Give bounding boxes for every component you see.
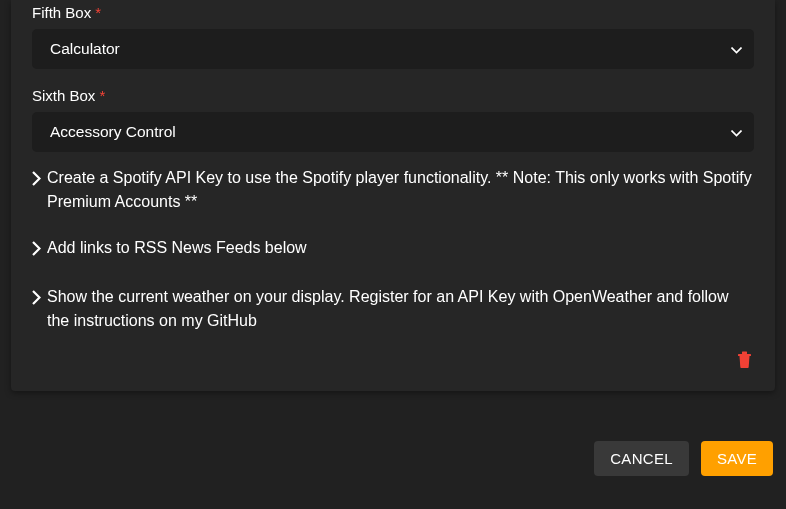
sixth-box-select[interactable]: Accessory Control bbox=[32, 112, 754, 152]
save-button[interactable]: SAVE bbox=[701, 441, 773, 476]
required-marker: * bbox=[95, 4, 101, 21]
sixth-box-select-wrap: Accessory Control bbox=[32, 112, 754, 152]
chevron-right-icon bbox=[32, 288, 41, 312]
chevron-right-icon bbox=[32, 169, 41, 193]
fifth-box-label: Fifth Box * bbox=[32, 0, 754, 29]
collapsible-rss[interactable]: Add links to RSS News Feeds below bbox=[32, 236, 754, 263]
chevron-right-icon bbox=[32, 239, 41, 263]
footer-actions: CANCEL SAVE bbox=[0, 391, 786, 476]
collapsible-weather-text: Show the current weather on your display… bbox=[47, 285, 754, 333]
collapsible-spotify[interactable]: Create a Spotify API Key to use the Spot… bbox=[32, 166, 754, 214]
sixth-box-value: Accessory Control bbox=[50, 123, 176, 140]
svg-rect-0 bbox=[738, 354, 751, 356]
label-text: Fifth Box bbox=[32, 4, 91, 21]
delete-button[interactable] bbox=[735, 349, 754, 373]
sixth-box-label: Sixth Box * bbox=[32, 83, 754, 112]
collapsible-spotify-text: Create a Spotify API Key to use the Spot… bbox=[47, 166, 754, 214]
trash-icon bbox=[737, 356, 752, 371]
settings-panel: Fifth Box * Calculator Sixth Box * Acces… bbox=[11, 0, 775, 391]
svg-rect-1 bbox=[742, 352, 747, 355]
collapsible-weather[interactable]: Show the current weather on your display… bbox=[32, 285, 754, 333]
collapsible-rss-text: Add links to RSS News Feeds below bbox=[47, 236, 307, 260]
cancel-button[interactable]: CANCEL bbox=[594, 441, 689, 476]
trash-row bbox=[32, 343, 754, 373]
required-marker: * bbox=[100, 87, 106, 104]
fifth-box-select[interactable]: Calculator bbox=[32, 29, 754, 69]
fifth-box-select-wrap: Calculator bbox=[32, 29, 754, 69]
label-text: Sixth Box bbox=[32, 87, 95, 104]
fifth-box-value: Calculator bbox=[50, 40, 120, 57]
